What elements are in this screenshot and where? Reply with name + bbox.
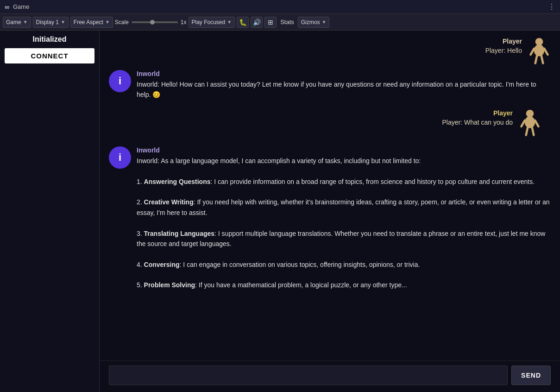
stats-button[interactable]: Stats bbox=[278, 19, 296, 25]
svg-point-1 bbox=[534, 44, 544, 57]
toolbar: Game ▼ Display 1 ▼ Free Aspect ▼ Scale 1… bbox=[0, 14, 560, 31]
chat-area: Player Player: Hello bbox=[100, 31, 560, 392]
title-bar: ∞ Game ⋮ bbox=[0, 0, 560, 14]
scale-control: Scale 1x bbox=[115, 19, 187, 25]
svg-line-11 bbox=[532, 127, 534, 135]
sidebar-status: Initialized bbox=[5, 35, 94, 44]
connect-button[interactable]: CONNECT bbox=[5, 48, 94, 63]
inworld-text-1: Inworld: Hello! How can I assist you tod… bbox=[137, 79, 551, 100]
player-avatar-2 bbox=[518, 109, 541, 137]
grid-icon: ⊞ bbox=[268, 19, 273, 26]
inworld-message-1: i Inworld Inworld: Hello! How can I assi… bbox=[109, 70, 551, 100]
input-area: SEND bbox=[100, 360, 560, 392]
inworld-text-2: Inworld: As a large language model, I ca… bbox=[137, 156, 551, 291]
svg-line-5 bbox=[541, 56, 543, 63]
game-dropdown-arrow: ▼ bbox=[23, 19, 28, 25]
play-mode-dropdown[interactable]: Play Focused ▼ bbox=[189, 17, 235, 28]
player-sender-1: Player bbox=[442, 109, 513, 117]
svg-line-2 bbox=[531, 49, 534, 55]
svg-line-10 bbox=[526, 127, 528, 135]
player-text-1: Player: What can you do bbox=[442, 119, 513, 126]
player-message-1-row: Player Player: What can you do bbox=[109, 109, 551, 137]
scale-label: Scale bbox=[115, 19, 129, 25]
player-header-text: Player Player: Hello bbox=[485, 38, 522, 54]
inworld-sender-1: Inworld bbox=[137, 70, 551, 77]
main-layout: Initialized CONNECT Player Player: Hello bbox=[0, 31, 560, 392]
svg-point-7 bbox=[525, 116, 535, 128]
player-header-area: Player Player: Hello bbox=[100, 31, 560, 65]
svg-line-8 bbox=[522, 120, 525, 126]
inworld-message-2: i Inworld Inworld: As a large language m… bbox=[109, 146, 551, 291]
display-dropdown-arrow: ▼ bbox=[61, 19, 65, 25]
inworld-message-1-content: Inworld Inworld: Hello! How can I assist… bbox=[137, 70, 551, 100]
scale-thumb bbox=[150, 20, 155, 25]
player-message-1-content: Player Player: What can you do bbox=[442, 109, 513, 126]
sidebar: Initialized CONNECT bbox=[0, 31, 100, 392]
audio-button[interactable]: 🔊 bbox=[251, 17, 263, 28]
title-bar-title: Game bbox=[13, 3, 29, 10]
scale-value: 1x bbox=[181, 19, 187, 25]
svg-line-3 bbox=[544, 49, 547, 55]
grid-button[interactable]: ⊞ bbox=[264, 17, 277, 28]
title-bar-menu[interactable]: ⋮ bbox=[548, 2, 555, 11]
scale-slider[interactable] bbox=[132, 21, 178, 23]
title-bar-icon: ∞ bbox=[5, 3, 9, 11]
player-header-message: Player: Hello bbox=[485, 47, 522, 54]
audio-icon: 🔊 bbox=[253, 19, 261, 26]
svg-line-9 bbox=[535, 120, 538, 126]
inworld-avatar-1: i bbox=[109, 70, 131, 92]
bug-icon: 🐛 bbox=[239, 19, 247, 26]
send-button[interactable]: SEND bbox=[511, 366, 551, 385]
inworld-sender-2: Inworld bbox=[137, 146, 551, 154]
gizmos-dropdown-arrow: ▼ bbox=[321, 19, 326, 25]
aspect-dropdown[interactable]: Free Aspect ▼ bbox=[70, 17, 113, 28]
inworld-avatar-2: i bbox=[109, 146, 131, 169]
display-dropdown[interactable]: Display 1 ▼ bbox=[33, 17, 69, 28]
inworld-message-2-content: Inworld Inworld: As a large language mod… bbox=[137, 146, 551, 291]
svg-line-4 bbox=[535, 56, 537, 63]
bug-button[interactable]: 🐛 bbox=[237, 17, 249, 28]
player-avatar-header bbox=[528, 38, 551, 65]
chat-messages[interactable]: i Inworld Inworld: Hello! How can I assi… bbox=[100, 65, 560, 360]
chat-input[interactable] bbox=[109, 366, 508, 385]
gizmos-dropdown[interactable]: Gizmos ▼ bbox=[298, 17, 330, 28]
aspect-dropdown-arrow: ▼ bbox=[105, 19, 110, 25]
player-header-label: Player bbox=[485, 38, 522, 45]
game-dropdown[interactable]: Game ▼ bbox=[3, 17, 31, 28]
play-mode-arrow: ▼ bbox=[227, 19, 232, 25]
